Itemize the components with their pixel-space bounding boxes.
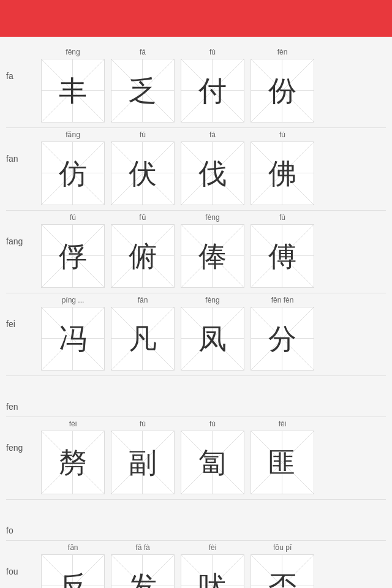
row-group-fa: fafēng丰fá乏fù付fèn份 xyxy=(0,45,392,127)
char-text: 匐 xyxy=(198,448,227,477)
rows-container: fafēng丰fá乏fù付fèn份fanfǎng仿fú伏fá伐fú佛fangfú… xyxy=(0,45,392,588)
row-label-fa: fa xyxy=(6,48,40,81)
char-box[interactable]: 否 xyxy=(251,554,314,588)
char-card[interactable]: fú伏 xyxy=(110,130,176,205)
char-text: 丰 xyxy=(59,77,87,105)
char-box[interactable]: 冯 xyxy=(41,307,105,371)
header xyxy=(0,0,392,37)
char-card[interactable]: fǎn反 xyxy=(40,543,106,588)
row-label-fan: fan xyxy=(6,130,40,164)
row-group-fo: fo xyxy=(0,500,392,540)
char-box[interactable]: 乏 xyxy=(111,59,175,123)
char-text: 傅 xyxy=(268,242,296,270)
pinyin-label: fú xyxy=(209,420,216,429)
pinyin-label: fèng xyxy=(205,213,219,223)
char-box[interactable]: 俘 xyxy=(41,224,105,288)
row-label-fang: fang xyxy=(6,213,40,246)
char-box[interactable]: 份 xyxy=(251,59,314,123)
char-card[interactable]: fǒu pǐ否 xyxy=(249,543,315,588)
pinyin-label: fèn xyxy=(277,48,288,58)
row-label-fen: fen xyxy=(6,379,40,412)
pinyin-label: fá xyxy=(209,130,216,140)
char-card[interactable]: fèi吠 xyxy=(179,543,246,588)
char-text: 乏 xyxy=(129,77,157,105)
chars-grid-fa: fēng丰fá乏fù付fèn份 xyxy=(40,48,386,123)
char-card[interactable]: píng ...冯 xyxy=(40,296,106,371)
char-box[interactable]: 凡 xyxy=(111,307,175,371)
char-card[interactable]: fèn份 xyxy=(249,48,315,123)
char-box[interactable]: 伏 xyxy=(111,141,175,205)
char-text: 凤 xyxy=(198,325,227,353)
char-box[interactable]: 副 xyxy=(111,431,175,494)
row-group-fan: fanfǎng仿fú伏fá伐fú佛 xyxy=(0,128,392,210)
char-box[interactable]: 俯 xyxy=(111,224,175,288)
row-group-fou: foufǎn反fā fà发fèi吠fǒu pǐ否 xyxy=(0,541,392,588)
char-box[interactable]: 仿 xyxy=(41,141,105,205)
pinyin-label: fēng xyxy=(66,48,80,58)
chars-grid-fou: fǎn反fā fà发fèi吠fǒu pǐ否 xyxy=(40,543,386,588)
char-text: 俯 xyxy=(129,242,157,270)
char-card[interactable]: fá乏 xyxy=(110,48,176,123)
char-card[interactable]: fú佛 xyxy=(249,130,315,205)
pinyin-label: fù xyxy=(279,213,285,223)
char-card[interactable]: fù付 xyxy=(179,48,246,123)
char-card[interactable]: fěi匪 xyxy=(249,420,315,494)
char-card[interactable]: fú匐 xyxy=(179,420,246,494)
chars-grid-fan: fǎng仿fú伏fá伐fú佛 xyxy=(40,130,386,205)
char-text: 俘 xyxy=(59,242,87,270)
char-card[interactable]: fēng丰 xyxy=(40,48,106,123)
char-text: 副 xyxy=(129,448,157,477)
pinyin-label: fù xyxy=(209,48,216,58)
char-card[interactable]: fù副 xyxy=(110,420,176,494)
char-card[interactable]: fèng凤 xyxy=(179,296,246,371)
pinyin-label: fěi xyxy=(279,420,287,429)
chars-grid-feng: fèi剺fù副fú匐fěi匪 xyxy=(40,420,386,494)
char-card[interactable]: fǔ俯 xyxy=(110,213,176,288)
char-card[interactable]: fán凡 xyxy=(110,296,176,371)
pinyin-label: fù xyxy=(140,420,146,429)
chars-grid-fang: fú俘fǔ俯fèng俸fù傅 xyxy=(40,213,386,288)
char-box[interactable]: 反 xyxy=(41,554,105,588)
char-box[interactable]: 剺 xyxy=(41,431,105,494)
row-label-fei: fei xyxy=(6,296,40,329)
char-text: 凡 xyxy=(129,325,157,353)
char-box[interactable]: 俸 xyxy=(181,224,244,288)
char-box[interactable]: 匐 xyxy=(181,431,244,494)
char-text: 冯 xyxy=(59,325,87,353)
pinyin-label: fèng xyxy=(205,296,219,306)
char-text: 反 xyxy=(59,572,87,588)
char-text: 分 xyxy=(268,325,296,353)
char-card[interactable]: fú俘 xyxy=(40,213,106,288)
char-box[interactable]: 付 xyxy=(181,59,244,123)
char-box[interactable]: 凤 xyxy=(181,307,244,371)
char-box[interactable]: 伐 xyxy=(181,141,244,205)
char-card[interactable]: fēn fèn分 xyxy=(249,296,315,371)
char-box[interactable]: 佛 xyxy=(251,141,314,205)
row-group-feng: fengfèi剺fù副fú匐fěi匪 xyxy=(0,417,392,499)
char-box[interactable]: 吠 xyxy=(181,554,244,588)
pinyin-label: píng ... xyxy=(62,296,85,306)
pinyin-label: fèi xyxy=(69,420,77,429)
char-box[interactable]: 丰 xyxy=(41,59,105,123)
pinyin-label: fú xyxy=(140,130,146,140)
char-card[interactable]: fǎng仿 xyxy=(40,130,106,205)
char-text: 匪 xyxy=(268,448,296,477)
char-text: 伐 xyxy=(198,159,227,187)
char-text: 份 xyxy=(268,77,296,105)
char-card[interactable]: fá伐 xyxy=(179,130,246,205)
char-card[interactable]: fèng俸 xyxy=(179,213,246,288)
char-card[interactable]: fā fà发 xyxy=(110,543,176,588)
row-group-fang: fangfú俘fǔ俯fèng俸fù傅 xyxy=(0,211,392,293)
char-box[interactable]: 傅 xyxy=(251,224,314,288)
row-label-fou: fou xyxy=(6,543,40,576)
pinyin-label: fǎn xyxy=(67,543,78,553)
char-text: 发 xyxy=(129,572,157,588)
char-card[interactable]: fù傅 xyxy=(249,213,315,288)
pinyin-label: fǒu pǐ xyxy=(273,543,292,553)
char-box[interactable]: 发 xyxy=(111,554,175,588)
char-text: 否 xyxy=(268,572,296,588)
pinyin-label: fēn fèn xyxy=(271,296,294,306)
char-card[interactable]: fèi剺 xyxy=(40,420,106,494)
char-box[interactable]: 匪 xyxy=(251,431,314,494)
char-box[interactable]: 分 xyxy=(251,307,314,371)
